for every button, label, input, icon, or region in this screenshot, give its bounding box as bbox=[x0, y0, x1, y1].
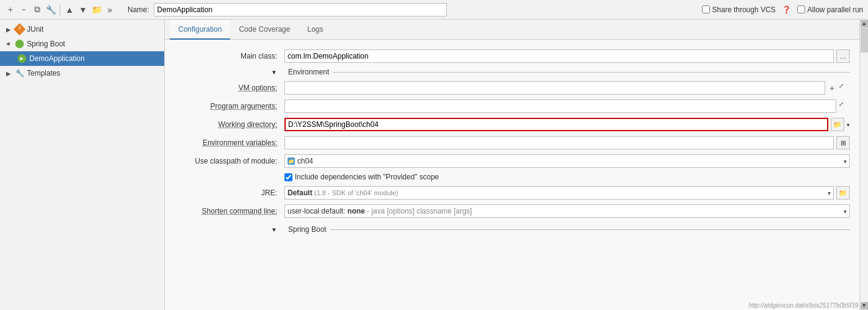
demo-application-label: DemoApplication bbox=[29, 54, 85, 63]
scrollbar[interactable]: ▲ ▼ bbox=[859, 20, 868, 310]
scroll-thumb[interactable] bbox=[861, 28, 868, 52]
program-args-input[interactable] bbox=[284, 99, 836, 113]
minus-icon[interactable]: － bbox=[18, 4, 29, 15]
jre-label: JRE: bbox=[175, 189, 284, 197]
scroll-down-btn[interactable]: ▼ bbox=[861, 302, 868, 309]
sidebar-item-demo-application[interactable]: ▶ DemoApplication bbox=[0, 51, 164, 66]
environment-collapse-arrow[interactable]: ▼ bbox=[271, 69, 277, 76]
demo-app-icon: ▶ bbox=[17, 54, 27, 63]
classpath-module-label: Use classpath of module: bbox=[175, 157, 284, 165]
env-vars-edit-btn[interactable]: ⊞ bbox=[836, 136, 850, 150]
more-icon[interactable]: » bbox=[104, 4, 115, 15]
main-class-input[interactable] bbox=[284, 49, 834, 63]
vm-options-row: VM options: ＋ ⤢ bbox=[175, 79, 850, 97]
jre-control: Default (1.8 - SDK of 'ch04' module) ▾ 📁 bbox=[284, 186, 850, 200]
env-vars-control: ⊞ bbox=[284, 136, 850, 150]
templates-expand-arrow: ▶ bbox=[5, 70, 12, 77]
shorten-cmd-control: user-local default: none - java [options… bbox=[284, 204, 850, 218]
tab-code-coverage[interactable]: Code Coverage bbox=[230, 20, 298, 40]
separator-1 bbox=[60, 4, 60, 15]
working-dir-dropdown-arrow: ▾ bbox=[847, 121, 850, 128]
allow-parallel-checkbox[interactable] bbox=[797, 5, 805, 13]
share-vcs-group[interactable]: Share through VCS bbox=[702, 5, 776, 14]
module-icon: 📁 bbox=[288, 157, 295, 165]
include-deps-row: Include dependencies with "Provided" sco… bbox=[284, 170, 850, 184]
tab-configuration[interactable]: Configuration bbox=[170, 20, 230, 40]
shorten-cmd-label: Shorten command line: bbox=[175, 207, 284, 215]
environment-title: Environment bbox=[288, 68, 329, 76]
allow-parallel-group[interactable]: Allow parallel run bbox=[797, 5, 863, 14]
junit-label: JUnit bbox=[27, 25, 43, 34]
watermark: http://atdgioscun.dat/x9xix25177b0b5f39 bbox=[748, 302, 858, 309]
up-icon[interactable]: ▲ bbox=[64, 4, 75, 15]
templates-icon: 🔧 bbox=[15, 68, 24, 78]
spring-boot-label: Spring Boot bbox=[27, 40, 65, 48]
templates-label: Templates bbox=[27, 69, 60, 78]
vm-options-expand-btn[interactable]: ⤢ bbox=[839, 82, 850, 93]
sidebar: ▶ J JUnit ▼ Spring Boot ▶ DemoApplicati bbox=[0, 20, 165, 310]
vm-options-input[interactable] bbox=[284, 81, 825, 95]
shorten-cmd-dropdown-arrow: ▾ bbox=[844, 208, 847, 215]
classpath-dropdown-arrow: ▾ bbox=[844, 158, 847, 165]
add-icon[interactable]: ＋ bbox=[5, 4, 16, 15]
shorten-cmd-value: user-local default: none - java [options… bbox=[288, 207, 472, 215]
vm-options-control: ＋ ⤢ bbox=[284, 81, 850, 95]
environment-divider bbox=[333, 72, 850, 73]
program-args-row: Program arguments: ⤢ bbox=[175, 97, 850, 115]
vm-options-add-btn[interactable]: ＋ bbox=[828, 84, 836, 92]
working-dir-input[interactable] bbox=[284, 118, 828, 131]
working-dir-browse-btn[interactable]: 📁 bbox=[831, 118, 844, 131]
folder-icon[interactable]: 📁 bbox=[91, 4, 102, 15]
spring-boot-expand-arrow: ▼ bbox=[5, 40, 12, 48]
sidebar-item-junit[interactable]: ▶ J JUnit bbox=[0, 22, 164, 37]
classpath-module-control: 📁 ch04 ▾ bbox=[284, 154, 850, 168]
main-area: ▶ J JUnit ▼ Spring Boot ▶ DemoApplicati bbox=[0, 20, 868, 310]
down-icon[interactable]: ▼ bbox=[78, 4, 89, 15]
vm-expand-group: ＋ ⤢ bbox=[828, 82, 850, 93]
env-vars-row: Environment variables: ⊞ bbox=[175, 134, 850, 152]
scroll-up-btn[interactable]: ▲ bbox=[861, 20, 868, 27]
include-deps-checkbox[interactable] bbox=[284, 173, 292, 181]
name-label: Name: bbox=[128, 5, 149, 14]
copy-icon[interactable]: ⧉ bbox=[32, 4, 43, 15]
allow-parallel-label: Allow parallel run bbox=[808, 5, 863, 14]
classpath-module-dropdown[interactable]: 📁 ch04 ▾ bbox=[284, 154, 850, 168]
main-class-control: … bbox=[284, 49, 850, 63]
wrench-icon[interactable]: 🔧 bbox=[45, 4, 56, 15]
vm-options-label: VM options: bbox=[175, 84, 284, 92]
spring-boot-divider bbox=[330, 229, 850, 230]
classpath-module-value: ch04 bbox=[297, 157, 313, 165]
main-class-browse-btn[interactable]: … bbox=[836, 49, 850, 63]
junit-expand-arrow: ▶ bbox=[5, 26, 12, 33]
tab-logs[interactable]: Logs bbox=[298, 20, 331, 40]
program-args-expand-btn[interactable]: ⤢ bbox=[839, 101, 850, 112]
env-vars-input[interactable] bbox=[284, 136, 834, 150]
toolbar-right: Share through VCS ❓ Allow parallel run bbox=[702, 5, 863, 14]
name-input[interactable] bbox=[154, 3, 447, 16]
jre-dropdown[interactable]: Default (1.8 - SDK of 'ch04' module) ▾ bbox=[284, 186, 834, 200]
program-args-control: ⤢ bbox=[284, 99, 850, 113]
jre-browse-btn[interactable]: 📁 bbox=[836, 186, 850, 200]
spring-boot-section-title: Spring Boot bbox=[288, 225, 327, 234]
working-dir-label: Working directory: bbox=[175, 120, 284, 129]
config-form: Main class: … ▼ Environment VM options: bbox=[165, 40, 859, 243]
scroll-track[interactable] bbox=[860, 28, 868, 301]
main-class-label: Main class: bbox=[175, 52, 284, 60]
spring-boot-icon bbox=[15, 39, 24, 49]
shorten-cmd-dropdown[interactable]: user-local default: none - java [options… bbox=[284, 204, 850, 218]
toolbar: ＋ － ⧉ 🔧 ▲ ▼ 📁 » Name: Share through VCS … bbox=[0, 0, 868, 20]
jre-dropdown-arrow: ▾ bbox=[828, 190, 831, 196]
classpath-module-row: Use classpath of module: 📁 ch04 ▾ bbox=[175, 152, 850, 170]
question-icon[interactable]: ❓ bbox=[782, 5, 791, 14]
shorten-cmd-row: Shorten command line: user-local default… bbox=[175, 202, 850, 220]
program-args-label: Program arguments: bbox=[175, 102, 284, 110]
env-vars-label: Environment variables: bbox=[175, 139, 284, 147]
sidebar-item-templates[interactable]: ▶ 🔧 Templates bbox=[0, 66, 164, 81]
junit-icon: J bbox=[15, 24, 24, 34]
sidebar-item-spring-boot[interactable]: ▼ Spring Boot bbox=[0, 37, 164, 51]
content-area: Configuration Code Coverage Logs Main cl… bbox=[165, 20, 859, 310]
share-vcs-checkbox[interactable] bbox=[702, 5, 710, 13]
environment-section-header: ▼ Environment bbox=[175, 65, 850, 79]
spring-boot-collapse-arrow[interactable]: ▼ bbox=[271, 226, 277, 233]
tabs-bar: Configuration Code Coverage Logs bbox=[165, 20, 859, 40]
